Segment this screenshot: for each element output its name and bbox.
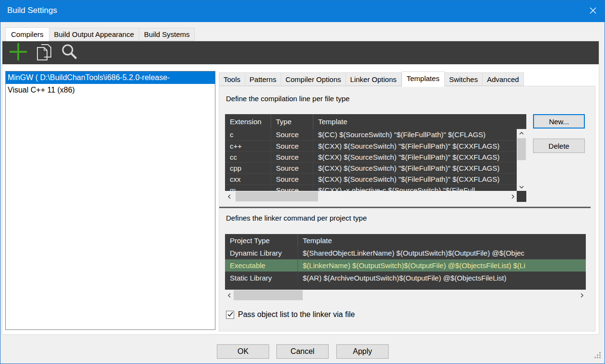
column-header-extension: Extension bbox=[225, 114, 271, 129]
table-row[interactable]: m Source $(CXX) -x objective-c $(SourceS… bbox=[225, 184, 517, 191]
table-row[interactable]: c Source $(CC) $(SourceSwitch) "$(FileFu… bbox=[225, 129, 517, 140]
add-compiler-button[interactable] bbox=[9, 42, 28, 64]
search-icon bbox=[60, 43, 79, 63]
title-bar[interactable]: Build Settings bbox=[0, 0, 605, 22]
horizontal-scrollbar[interactable] bbox=[225, 290, 586, 301]
cell-template: $(CXX) -x objective-c $(SourceSwitch) "$… bbox=[313, 185, 517, 191]
horizontal-scrollbar[interactable] bbox=[225, 191, 517, 202]
tab-compilers[interactable]: Compilers bbox=[5, 27, 49, 41]
tab-linker-options[interactable]: Linker Options bbox=[346, 72, 402, 86]
apply-button[interactable]: Apply bbox=[336, 344, 389, 359]
table-row[interactable]: cpp Source $(CXX) $(SourceSwitch) "$(Fil… bbox=[225, 162, 517, 173]
linker-templates-table: Project Type Template Dynamic Library $(… bbox=[225, 234, 586, 301]
close-button[interactable] bbox=[581, 0, 605, 22]
cell-extension: cpp bbox=[225, 163, 271, 173]
cell-template: $(SharedObjectLinkerName) $(OutputSwitch… bbox=[298, 247, 586, 259]
cell-template: $(CXX) $(SourceSwitch) "$(FileFullPath)"… bbox=[313, 163, 517, 173]
pass-object-list-label: Pass object list to the linker via file bbox=[238, 310, 355, 319]
cell-extension: m bbox=[225, 185, 271, 191]
table-row[interactable]: Dynamic Library $(SharedObjectLinkerName… bbox=[225, 247, 586, 259]
compile-templates-table: Extension Type Template c Source $(CC) $… bbox=[225, 114, 526, 202]
table-row[interactable]: cc Source $(CXX) $(SourceSwitch) "$(File… bbox=[225, 151, 517, 162]
ok-button[interactable]: OK bbox=[217, 344, 269, 359]
pass-object-list-option[interactable]: Pass object list to the linker via file bbox=[226, 310, 355, 319]
tab-compiler-options[interactable]: Compiler Options bbox=[281, 72, 346, 86]
vertical-scrollbar[interactable] bbox=[517, 129, 526, 191]
cell-type: Source bbox=[271, 163, 313, 173]
cell-type: Source bbox=[271, 185, 313, 191]
copy-icon bbox=[35, 42, 53, 63]
list-item-mingw[interactable]: MinGW ( D:\BuildChanTools\i686-5.2.0-rel… bbox=[6, 71, 215, 84]
list-item-visual-cpp[interactable]: Visual C++ 11 (x86) bbox=[6, 84, 215, 96]
delete-template-button[interactable]: Delete bbox=[533, 139, 585, 153]
cell-extension: cxx bbox=[225, 174, 271, 184]
tab-switches[interactable]: Switches bbox=[445, 72, 483, 86]
resize-grip[interactable] bbox=[594, 352, 601, 361]
compiler-toolbar bbox=[2, 41, 599, 64]
main-tab-strip: Compilers Build Output Appearance Build … bbox=[5, 27, 195, 41]
column-header-template: Template bbox=[298, 234, 586, 247]
cell-template: $(CXX) $(SourceSwitch) "$(FileFullPath)"… bbox=[313, 174, 517, 184]
cancel-button[interactable]: Cancel bbox=[276, 344, 329, 359]
scroll-down-button[interactable] bbox=[517, 183, 526, 191]
table-row[interactable]: Static Library $(AR) $(ArchiveOutputSwit… bbox=[225, 271, 586, 284]
compile-section-heading: Define the compilation line per file typ… bbox=[226, 94, 350, 103]
scroll-right-button[interactable] bbox=[509, 191, 517, 202]
cell-project-type: Static Library bbox=[225, 272, 298, 284]
cell-template: $(LinkerName) $(OutputSwitch)$(OutputFil… bbox=[298, 259, 586, 271]
linker-table-header: Project Type Template bbox=[225, 234, 586, 247]
tab-tools[interactable]: Tools bbox=[219, 72, 245, 86]
cell-extension: c bbox=[225, 129, 271, 140]
tab-build-systems[interactable]: Build Systems bbox=[139, 28, 195, 41]
compiler-list: MinGW ( D:\BuildChanTools\i686-5.2.0-rel… bbox=[5, 71, 215, 330]
table-row[interactable]: c++ Source $(CXX) $(SourceSwitch) "$(Fil… bbox=[225, 140, 517, 151]
cell-type: Source bbox=[271, 152, 313, 162]
scroll-left-button[interactable] bbox=[225, 290, 233, 301]
linker-section-heading: Defines the linker command per project t… bbox=[226, 214, 367, 222]
horizontal-scroll-thumb[interactable] bbox=[234, 290, 303, 300]
cell-extension: cc bbox=[225, 152, 271, 162]
column-header-type: Type bbox=[271, 114, 313, 129]
clone-compiler-button[interactable] bbox=[35, 42, 53, 63]
cell-project-type: Dynamic Library bbox=[225, 247, 298, 259]
cell-template: $(CC) $(SourceSwitch) "$(FileFullPath)" … bbox=[313, 129, 517, 140]
scroll-right-button[interactable] bbox=[578, 290, 586, 301]
cell-template: $(CXX) $(SourceSwitch) "$(FileFullPath)"… bbox=[313, 152, 517, 162]
cell-project-type: Executable bbox=[225, 259, 298, 271]
scroll-left-button[interactable] bbox=[225, 191, 233, 202]
build-settings-dialog: Build Settings Compilers Build Output Ap… bbox=[0, 0, 605, 364]
plus-icon bbox=[9, 42, 28, 64]
scan-compilers-button[interactable] bbox=[60, 43, 79, 63]
table-row[interactable]: cxx Source $(CXX) $(SourceSwitch) "$(Fil… bbox=[225, 173, 517, 184]
tab-templates[interactable]: Templates bbox=[402, 71, 445, 87]
compile-table-header: Extension Type Template bbox=[225, 114, 526, 129]
scroll-up-button[interactable] bbox=[517, 129, 526, 137]
cell-type: Source bbox=[271, 174, 313, 184]
close-icon bbox=[589, 7, 597, 16]
vertical-scroll-thumb[interactable] bbox=[517, 138, 526, 160]
section-separator bbox=[219, 207, 591, 208]
settings-tab-strip: Tools Patterns Compiler Options Linker O… bbox=[219, 71, 524, 86]
table-row-selected[interactable]: Executable $(LinkerName) $(OutputSwitch)… bbox=[225, 259, 586, 271]
tab-build-output-appearance[interactable]: Build Output Appearance bbox=[49, 28, 140, 41]
cell-template: $(AR) $(ArchiveOutputSwitch)$(OutputFile… bbox=[298, 272, 586, 284]
cell-template: $(CXX) $(SourceSwitch) "$(FileFullPath)"… bbox=[313, 141, 517, 151]
cell-type: Source bbox=[271, 141, 313, 151]
column-header-project-type: Project Type bbox=[225, 234, 298, 247]
compile-table-body: c Source $(CC) $(SourceSwitch) "$(FileFu… bbox=[225, 129, 517, 191]
cell-extension: c++ bbox=[225, 141, 271, 151]
tab-advanced[interactable]: Advanced bbox=[483, 72, 524, 86]
horizontal-scroll-thumb[interactable] bbox=[236, 191, 318, 201]
checkmark-icon bbox=[227, 310, 233, 319]
dialog-title: Build Settings bbox=[7, 6, 57, 15]
new-template-button[interactable]: New... bbox=[533, 114, 585, 129]
tab-patterns[interactable]: Patterns bbox=[245, 72, 281, 86]
column-header-template: Template bbox=[313, 114, 526, 129]
linker-table-body: Dynamic Library $(SharedObjectLinkerName… bbox=[225, 247, 586, 290]
cell-type: Source bbox=[271, 129, 313, 140]
pass-object-list-checkbox[interactable] bbox=[226, 311, 234, 319]
scrollbar-corner bbox=[517, 191, 526, 202]
